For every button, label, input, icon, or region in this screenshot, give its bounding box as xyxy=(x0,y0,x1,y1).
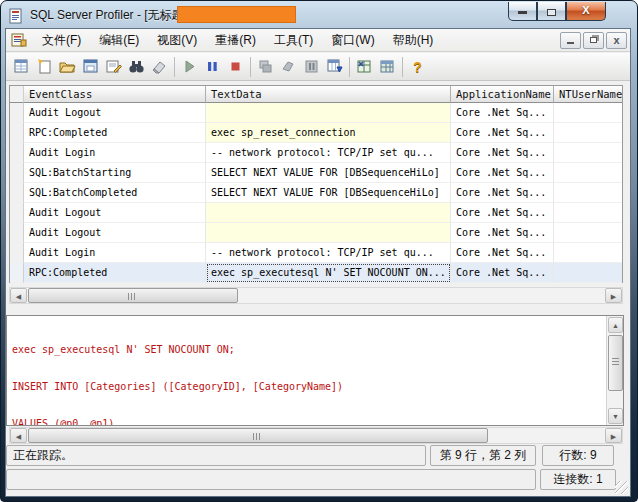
properties-button[interactable] xyxy=(102,55,125,78)
row-selector[interactable] xyxy=(10,243,24,263)
cell-eventclass[interactable]: RPC:Completed xyxy=(24,263,206,283)
cell-applicationname[interactable]: Core .Net Sq... xyxy=(451,163,554,183)
row-selector[interactable] xyxy=(10,203,24,223)
maximize-button[interactable] xyxy=(537,2,566,21)
cell-applicationname[interactable]: Core .Net Sq... xyxy=(451,183,554,203)
find-button[interactable] xyxy=(125,55,148,78)
clear-trace-button[interactable] xyxy=(148,55,171,78)
cell-applicationname[interactable]: Core .Net Sq... xyxy=(451,203,554,223)
cell-eventclass[interactable]: RPC:Completed xyxy=(24,123,206,143)
table-row[interactable]: SQL:BatchStarting SELECT NEXT VALUE FOR … xyxy=(10,163,622,183)
menu-edit[interactable]: 编辑(E) xyxy=(90,29,148,52)
table-row[interactable]: Audit Logout Core .Net Sq... xyxy=(10,103,622,123)
cell-ntusername[interactable] xyxy=(554,243,622,263)
table-row[interactable]: Audit Logout Core .Net Sq... xyxy=(10,203,622,223)
menu-help[interactable]: 帮助(H) xyxy=(384,29,443,52)
scroll-right-icon[interactable]: ▶ xyxy=(605,428,622,443)
help-button[interactable]: ? xyxy=(406,55,429,78)
cell-applicationname[interactable]: Core .Net Sq... xyxy=(451,263,554,283)
menu-file[interactable]: 文件(F) xyxy=(33,29,90,52)
close-button[interactable]: X xyxy=(566,2,606,21)
start-trace-button[interactable] xyxy=(178,55,201,78)
cell-ntusername[interactable] xyxy=(554,123,622,143)
toggle-grouped-button[interactable] xyxy=(300,55,323,78)
cell-eventclass[interactable]: SQL:BatchStarting xyxy=(24,163,206,183)
cell-textdata[interactable] xyxy=(206,203,451,223)
detail-vertical-scrollbar[interactable]: ▲ ▼ xyxy=(606,316,623,425)
cell-eventclass[interactable]: SQL:BatchCompleted xyxy=(24,183,206,203)
menu-tools[interactable]: 工具(T) xyxy=(265,29,322,52)
stop-trace-button[interactable] xyxy=(224,55,247,78)
scroll-left-icon[interactable]: ◀ xyxy=(10,288,27,303)
row-selector[interactable] xyxy=(10,103,24,123)
row-selector[interactable] xyxy=(10,263,24,283)
table-row[interactable]: RPC:Completed exec sp_reset_connection C… xyxy=(10,123,622,143)
cell-textdata[interactable]: -- network protocol: TCP/IP set qu... xyxy=(206,243,451,263)
table-row[interactable]: SQL:BatchCompleted SELECT NEXT VALUE FOR… xyxy=(10,183,622,203)
menu-replay[interactable]: 重播(R) xyxy=(206,29,265,52)
scroll-left-icon[interactable]: ◀ xyxy=(10,428,27,443)
tile-windows-button[interactable] xyxy=(277,55,300,78)
grid-horizontal-scrollbar[interactable]: ◀ ▶ xyxy=(9,287,623,304)
minimize-button[interactable] xyxy=(508,2,537,21)
table-row[interactable]: Audit Login -- network protocol: TCP/IP … xyxy=(10,143,622,163)
cell-applicationname[interactable]: Core .Net Sq... xyxy=(451,143,554,163)
grid-view-button[interactable] xyxy=(376,55,399,78)
scroll-up-icon[interactable]: ▲ xyxy=(608,317,623,333)
mdi-close-button[interactable]: x xyxy=(606,32,627,49)
mdi-restore-button[interactable] xyxy=(583,32,604,49)
scrollbar-thumb[interactable] xyxy=(28,288,238,303)
row-selector[interactable] xyxy=(10,123,24,143)
cell-eventclass[interactable]: Audit Login xyxy=(24,143,206,163)
detail-horizontal-scrollbar[interactable]: ◀ ▶ xyxy=(9,427,623,444)
mdi-minimize-button[interactable] xyxy=(560,32,581,49)
cell-eventclass[interactable]: Audit Login xyxy=(24,243,206,263)
header-textdata[interactable]: TextData xyxy=(206,86,451,103)
cell-eventclass[interactable]: Audit Logout xyxy=(24,103,206,123)
table-row[interactable]: Audit Logout Core .Net Sq... xyxy=(10,223,622,243)
cell-textdata-focused[interactable]: exec sp_executesql N' SET NOCOUNT ON... xyxy=(206,263,451,283)
extract-events-button[interactable] xyxy=(353,55,376,78)
row-selector[interactable] xyxy=(10,223,24,243)
cell-ntusername[interactable] xyxy=(554,183,622,203)
header-applicationname[interactable]: ApplicationName xyxy=(451,86,554,103)
textdata-detail-pane[interactable]: exec sp_executesql N' SET NOCOUNT ON; IN… xyxy=(6,315,624,426)
cell-textdata[interactable]: SELECT NEXT VALUE FOR [DBSequenceHiLo] xyxy=(206,163,451,183)
cell-textdata[interactable]: -- network protocol: TCP/IP set qu... xyxy=(206,143,451,163)
header-eventclass[interactable]: EventClass xyxy=(24,86,206,103)
column-chooser-button[interactable] xyxy=(323,55,346,78)
menu-window[interactable]: 窗口(W) xyxy=(322,29,383,52)
cell-ntusername[interactable] xyxy=(554,203,622,223)
cell-eventclass[interactable]: Audit Logout xyxy=(24,203,206,223)
row-selector[interactable] xyxy=(10,143,24,163)
cell-textdata[interactable]: exec sp_reset_connection xyxy=(206,123,451,143)
cascade-windows-button[interactable] xyxy=(254,55,277,78)
new-file-button[interactable] xyxy=(33,55,56,78)
table-row[interactable]: Audit Login -- network protocol: TCP/IP … xyxy=(10,243,622,263)
header-ntusername[interactable]: NTUserName xyxy=(554,86,622,103)
cell-ntusername[interactable] xyxy=(554,143,622,163)
pause-trace-button[interactable] xyxy=(201,55,224,78)
table-row-selected[interactable]: RPC:Completed exec sp_executesql N' SET … xyxy=(10,263,622,283)
cell-eventclass[interactable]: Audit Logout xyxy=(24,223,206,243)
scrollbar-thumb[interactable] xyxy=(608,335,623,391)
cell-ntusername[interactable] xyxy=(554,263,622,283)
menu-view[interactable]: 视图(V) xyxy=(148,29,206,52)
cell-applicationname[interactable]: Core .Net Sq... xyxy=(451,123,554,143)
save-trace-button[interactable] xyxy=(79,55,102,78)
cell-ntusername[interactable] xyxy=(554,223,622,243)
scroll-right-icon[interactable]: ▶ xyxy=(605,288,622,303)
row-selector[interactable] xyxy=(10,163,24,183)
resize-grip[interactable] xyxy=(615,481,628,494)
cell-ntusername[interactable] xyxy=(554,103,622,123)
scroll-down-icon[interactable]: ▼ xyxy=(608,408,623,424)
new-trace-button[interactable] xyxy=(10,55,33,78)
cell-textdata[interactable]: SELECT NEXT VALUE FOR [DBSequenceHiLo] xyxy=(206,183,451,203)
cell-applicationname[interactable]: Core .Net Sq... xyxy=(451,243,554,263)
open-trace-button[interactable] xyxy=(56,55,79,78)
title-bar[interactable]: SQL Server Profiler - [无标题 - 1 X xyxy=(8,5,631,26)
cell-textdata[interactable] xyxy=(206,103,451,123)
cell-applicationname[interactable]: Core .Net Sq... xyxy=(451,223,554,243)
scrollbar-thumb[interactable] xyxy=(28,428,488,443)
cell-textdata[interactable] xyxy=(206,223,451,243)
